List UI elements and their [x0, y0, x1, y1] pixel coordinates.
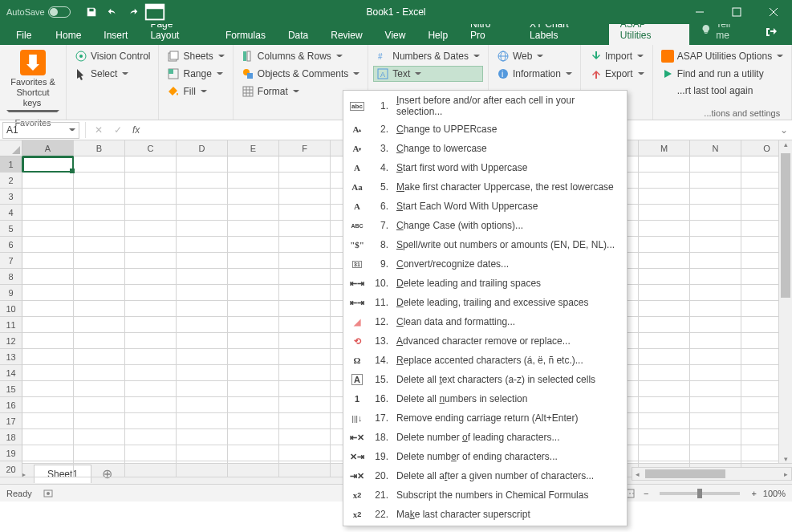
cell[interactable]: [22, 333, 74, 349]
cell[interactable]: [690, 189, 741, 205]
cell[interactable]: [690, 349, 741, 365]
cell[interactable]: [639, 156, 690, 173]
cell[interactable]: [228, 445, 279, 461]
menu-item[interactable]: Aa5.Make first character Uppercase, the …: [343, 177, 627, 197]
row-header[interactable]: 18: [0, 429, 22, 445]
cell[interactable]: [690, 221, 741, 237]
cell[interactable]: [639, 445, 690, 461]
cell[interactable]: [279, 205, 331, 221]
cell[interactable]: [228, 429, 279, 445]
cell[interactable]: [639, 189, 690, 205]
cell[interactable]: [279, 269, 331, 285]
cell[interactable]: [177, 333, 228, 349]
cell[interactable]: [228, 285, 279, 301]
cell[interactable]: [228, 301, 279, 317]
cell[interactable]: [177, 461, 228, 477]
cell[interactable]: [690, 237, 741, 253]
ribbon-display-options[interactable]: [143, 0, 167, 24]
tab-review[interactable]: Review: [319, 26, 373, 45]
cell[interactable]: [74, 445, 125, 461]
row-header[interactable]: 12: [0, 333, 22, 349]
cell[interactable]: [279, 413, 331, 429]
cell[interactable]: [125, 445, 177, 461]
cell[interactable]: [228, 221, 279, 237]
column-header[interactable]: F: [279, 140, 331, 156]
cell[interactable]: [125, 365, 177, 381]
cell[interactable]: [279, 253, 331, 269]
sheets-button[interactable]: Sheets: [164, 48, 227, 64]
fill-button[interactable]: Fill: [164, 83, 227, 99]
cell[interactable]: [279, 445, 331, 461]
favorites-button[interactable]: Favorites &Shortcut keys: [5, 48, 61, 116]
cell[interactable]: [639, 429, 690, 445]
row-header[interactable]: 13: [0, 349, 22, 365]
row-header[interactable]: 15: [0, 381, 22, 397]
cell[interactable]: [125, 349, 177, 365]
cell[interactable]: [228, 205, 279, 221]
text-button[interactable]: AText: [373, 66, 483, 82]
menu-item[interactable]: 116.Delete all numbers in selection: [343, 389, 627, 408]
cell[interactable]: [125, 173, 177, 189]
menu-item[interactable]: x222.Make last character superscript: [343, 505, 627, 524]
select-all-button[interactable]: [0, 140, 22, 156]
cell[interactable]: [74, 317, 125, 333]
web-button[interactable]: Web: [493, 48, 575, 64]
cell[interactable]: [228, 237, 279, 253]
objects-comments-button[interactable]: Objects & Comments: [238, 66, 363, 82]
tab-file[interactable]: File: [3, 26, 44, 45]
cell[interactable]: [177, 285, 228, 301]
row-header[interactable]: 6: [0, 237, 22, 253]
cell[interactable]: [279, 156, 331, 173]
tab-home[interactable]: Home: [44, 26, 92, 45]
row-header[interactable]: 16: [0, 397, 22, 413]
cell[interactable]: [177, 445, 228, 461]
cell[interactable]: [22, 156, 74, 173]
vision-control-button[interactable]: Vision Control: [71, 48, 153, 64]
cell[interactable]: [228, 461, 279, 477]
cell[interactable]: [177, 301, 228, 317]
menu-item[interactable]: ◢12.Clean data and formatting...: [343, 312, 627, 331]
zoom-slider[interactable]: [660, 492, 740, 495]
cell[interactable]: [22, 317, 74, 333]
cell[interactable]: [177, 365, 228, 381]
cell[interactable]: [74, 253, 125, 269]
macro-recording-icon[interactable]: [42, 487, 55, 500]
cell[interactable]: [228, 189, 279, 205]
menu-item[interactable]: ⇤✕18.Delete number of leading characters…: [343, 428, 627, 447]
cell[interactable]: [639, 237, 690, 253]
cell[interactable]: [639, 253, 690, 269]
cell[interactable]: [690, 333, 741, 349]
cell[interactable]: [279, 221, 331, 237]
cell[interactable]: [228, 413, 279, 429]
column-header[interactable]: N: [690, 140, 741, 156]
cell[interactable]: [639, 285, 690, 301]
cell[interactable]: [125, 429, 177, 445]
cell[interactable]: [125, 461, 177, 477]
menu-item[interactable]: ⇤⇥10.Delete leading and trailing spaces: [343, 274, 627, 293]
cell[interactable]: [690, 413, 741, 429]
cell[interactable]: [125, 317, 177, 333]
cell[interactable]: [22, 397, 74, 413]
cell[interactable]: [74, 381, 125, 397]
cell[interactable]: [22, 429, 74, 445]
row-header[interactable]: 5: [0, 221, 22, 237]
cell[interactable]: [177, 237, 228, 253]
tab-view[interactable]: View: [374, 26, 417, 45]
cell[interactable]: [228, 349, 279, 365]
cell[interactable]: [639, 205, 690, 221]
cell[interactable]: [74, 429, 125, 445]
cell[interactable]: [74, 349, 125, 365]
cell[interactable]: [74, 333, 125, 349]
cell[interactable]: [228, 317, 279, 333]
column-header[interactable]: C: [125, 140, 177, 156]
cell[interactable]: [228, 156, 279, 173]
cell[interactable]: [639, 173, 690, 189]
cell[interactable]: [74, 365, 125, 381]
cell[interactable]: [177, 156, 228, 173]
cell[interactable]: [639, 221, 690, 237]
cell[interactable]: [228, 333, 279, 349]
cell[interactable]: [639, 397, 690, 413]
cell[interactable]: [125, 301, 177, 317]
cell[interactable]: [690, 285, 741, 301]
row-header[interactable]: 7: [0, 253, 22, 269]
